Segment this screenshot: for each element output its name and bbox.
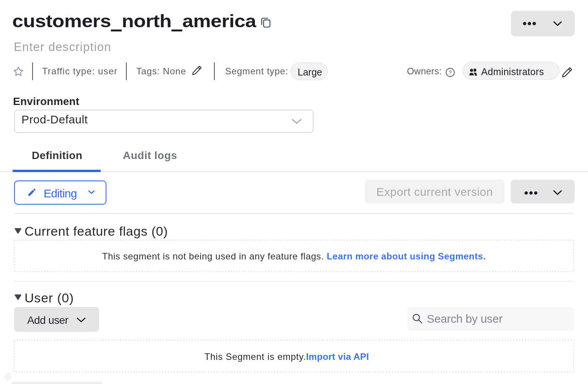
svg-text:?: ?: [449, 69, 452, 75]
